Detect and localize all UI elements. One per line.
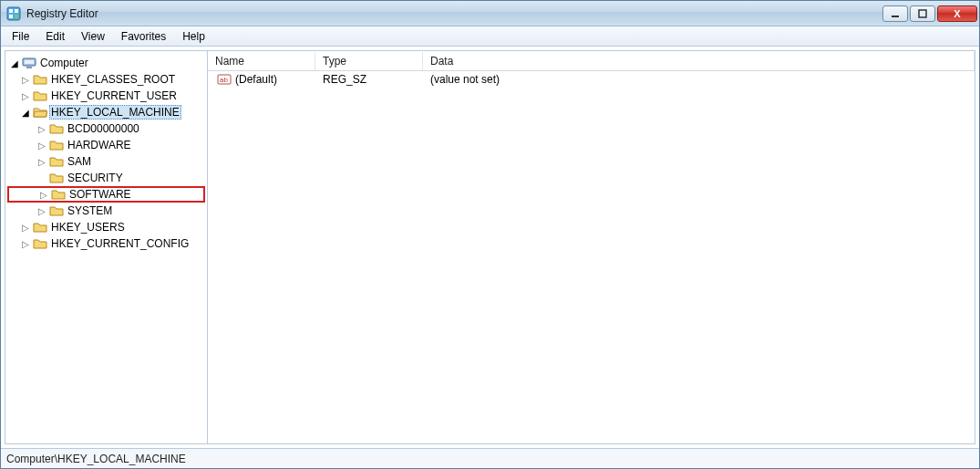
folder-icon (33, 220, 47, 234)
list-pane: Name Type Data ab (Default) REG_SZ (valu… (208, 51, 975, 443)
tree-label: SECURITY (66, 172, 125, 184)
column-header-data[interactable]: Data (423, 52, 975, 70)
content: ◢ Computer ▷ HKEY_CLASSES_ROOT ▷ (5, 50, 975, 444)
expand-arrow-icon[interactable]: ▷ (20, 223, 31, 233)
menubar: File Edit View Favorites Help (1, 26, 979, 47)
svg-rect-2 (15, 9, 18, 13)
expand-arrow-icon[interactable]: ▷ (38, 190, 49, 200)
tree-label: SYSTEM (66, 204, 114, 217)
cell-type: REG_SZ (315, 72, 423, 87)
tree-pane[interactable]: ◢ Computer ▷ HKEY_CLASSES_ROOT ▷ (5, 51, 208, 443)
folder-icon (33, 236, 47, 251)
svg-rect-3 (9, 15, 13, 18)
svg-text:ab: ab (220, 76, 228, 84)
tree-node-sam[interactable]: ▷ SAM (7, 153, 205, 170)
menu-help[interactable]: Help (175, 28, 212, 45)
list-row[interactable]: ab (Default) REG_SZ (value not set) (208, 71, 975, 88)
list-header: Name Type Data (208, 51, 975, 71)
tree-node-hkey-current-config[interactable]: ▷ HKEY_CURRENT_CONFIG (7, 235, 205, 252)
expand-arrow-icon[interactable]: ◢ (20, 108, 31, 118)
tree-label: SAM (66, 155, 93, 168)
computer-icon (22, 56, 36, 70)
expand-arrow-icon[interactable]: ◢ (9, 58, 20, 68)
menu-edit[interactable]: Edit (38, 28, 72, 45)
folder-icon (51, 187, 66, 202)
tree-node-hkey-users[interactable]: ▷ HKEY_USERS (7, 219, 205, 235)
tree-node-hkey-local-machine[interactable]: ◢ HKEY_LOCAL_MACHINE (7, 104, 205, 120)
svg-rect-1 (9, 9, 13, 13)
expand-arrow-icon[interactable]: ▷ (20, 91, 31, 101)
folder-icon (49, 138, 64, 152)
window-controls: X (882, 5, 977, 22)
menu-view[interactable]: View (74, 28, 112, 45)
list-body[interactable]: ab (Default) REG_SZ (value not set) (208, 71, 975, 443)
expand-arrow-icon[interactable]: ▷ (20, 75, 31, 85)
statusbar: Computer\HKEY_LOCAL_MACHINE (1, 448, 979, 468)
expand-arrow-icon[interactable]: ▷ (36, 206, 47, 216)
expand-arrow-icon[interactable]: ▷ (36, 157, 47, 167)
column-header-type[interactable]: Type (315, 52, 423, 70)
titlebar[interactable]: Registry Editor X (1, 1, 979, 26)
tree-node-security[interactable]: SECURITY (7, 170, 205, 186)
tree-node-bcd00000000[interactable]: ▷ BCD00000000 (7, 120, 205, 137)
expand-arrow-icon[interactable]: ▷ (36, 124, 47, 134)
maximize-button[interactable] (910, 5, 935, 22)
minimize-button[interactable] (882, 5, 908, 22)
folder-icon (49, 203, 64, 218)
tree-label: HKEY_USERS (49, 221, 127, 234)
tree-node-hkey-current-user[interactable]: ▷ HKEY_CURRENT_USER (7, 88, 205, 104)
folder-icon (33, 72, 47, 87)
svg-rect-8 (25, 60, 34, 64)
expand-arrow-icon[interactable]: ▷ (36, 141, 47, 151)
app-icon (6, 6, 21, 21)
folder-open-icon (33, 105, 47, 120)
tree-label: HKEY_CURRENT_USER (49, 89, 179, 102)
folder-icon (49, 121, 64, 136)
tree-label: Computer (38, 57, 90, 69)
folder-icon (49, 154, 64, 169)
tree-label: HKEY_LOCAL_MACHINE (49, 105, 181, 120)
window: Registry Editor X File Edit View Favorit… (0, 0, 980, 469)
svg-rect-6 (919, 10, 926, 17)
tree-label: HKEY_CLASSES_ROOT (49, 73, 177, 86)
column-header-name[interactable]: Name (208, 52, 315, 70)
tree-label: SOFTWARE (67, 188, 133, 201)
string-value-icon: ab (217, 72, 232, 87)
expand-arrow-icon[interactable]: ▷ (20, 239, 31, 249)
status-path: Computer\HKEY_LOCAL_MACHINE (6, 453, 186, 465)
cell-name: ab (Default) (208, 71, 315, 88)
svg-rect-5 (892, 16, 899, 17)
tree-node-computer[interactable]: ◢ Computer (7, 55, 205, 71)
menu-favorites[interactable]: Favorites (114, 28, 173, 45)
cell-name-text: (Default) (235, 73, 277, 86)
tree-node-hkey-classes-root[interactable]: ▷ HKEY_CLASSES_ROOT (7, 71, 205, 88)
tree-node-hardware[interactable]: ▷ HARDWARE (7, 137, 205, 153)
cell-data: (value not set) (423, 72, 975, 87)
folder-icon (33, 89, 47, 103)
svg-rect-9 (26, 67, 32, 68)
maximize-icon (918, 9, 927, 18)
tree-label: HKEY_CURRENT_CONFIG (49, 237, 191, 250)
close-icon: X (954, 8, 960, 19)
menu-file[interactable]: File (5, 28, 36, 45)
minimize-icon (891, 9, 900, 18)
tree-label: HARDWARE (66, 139, 133, 151)
close-button[interactable]: X (937, 5, 977, 22)
tree-node-software[interactable]: ▷ SOFTWARE (7, 186, 205, 203)
svg-rect-4 (15, 15, 18, 18)
window-title: Registry Editor (26, 7, 882, 20)
tree-label: BCD00000000 (66, 122, 141, 135)
folder-icon (49, 171, 64, 185)
tree-node-system[interactable]: ▷ SYSTEM (7, 203, 205, 219)
